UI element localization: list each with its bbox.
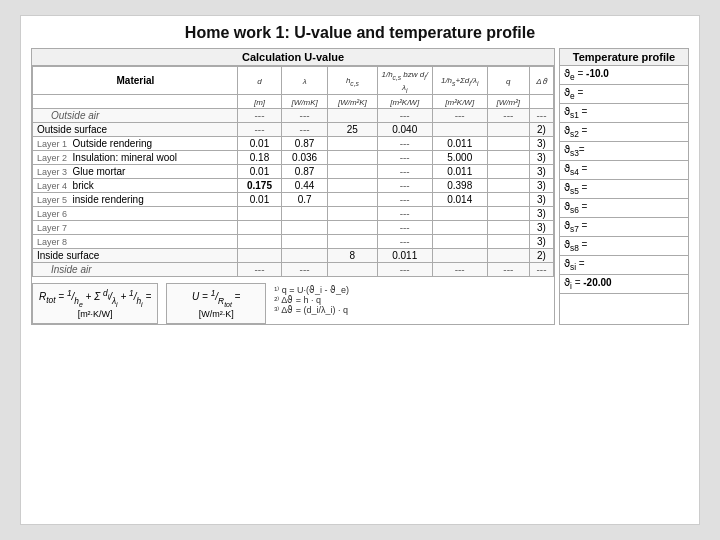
row-layer4: Layer 4 brick 0.175 0.44 --- 0.398 3): [33, 179, 554, 193]
page-title: Home work 1: U-value and temperature pro…: [31, 24, 689, 42]
cell-layer1-q: [487, 137, 529, 151]
cell-layer4-q: [487, 179, 529, 193]
cell-outside-air-hcs: [328, 109, 378, 123]
u-units: [W/m²·K]: [173, 309, 259, 319]
cell-layer5-lambda: 0.7: [282, 193, 328, 207]
calc-section-header: Calculation U-value: [32, 49, 554, 66]
col-header-lambda: λ: [282, 67, 328, 95]
temp-val-layer7: ϑs7 =: [564, 220, 587, 234]
cell-inside-air-label: Inside air: [33, 263, 238, 277]
cell-outside-surface-label: Outside surface: [33, 123, 238, 137]
cell-layer2-q: [487, 151, 529, 165]
cell-layer5-label: Layer 5 inside rendering: [33, 193, 238, 207]
cell-layer6-d: [237, 207, 281, 221]
cell-layer2-lambda: 0.036: [282, 151, 328, 165]
cell-layer7-delta: 3): [529, 221, 553, 235]
temp-val-layer5: ϑs5 =: [564, 182, 587, 196]
cell-layer1-label: Layer 1 Outside rendering: [33, 137, 238, 151]
cell-layer5-hcs: [328, 193, 378, 207]
col-unit-material: [33, 95, 238, 109]
temp-val-outside-surface: ϑe =: [564, 87, 583, 101]
temp-row-layer7: ϑs7 =: [560, 218, 688, 237]
cell-inside-air-delta: ---: [529, 263, 553, 277]
cell-layer8-lambda: [282, 235, 328, 249]
cell-inside-air-sum: ---: [432, 263, 487, 277]
cell-layer4-d: 0.175: [237, 179, 281, 193]
cell-layer2-hcs: [328, 151, 378, 165]
temp-val-outside-air: ϑe = -10.0: [564, 68, 609, 82]
cell-inside-surface-delta: 2): [529, 249, 553, 263]
cell-inside-surface-label: Inside surface: [33, 249, 238, 263]
cell-layer6-delta: 3): [529, 207, 553, 221]
temp-val-layer8: ϑs8 =: [564, 239, 587, 253]
cell-layer8-hcs: [328, 235, 378, 249]
col-unit-delta: [529, 95, 553, 109]
cell-inside-surface-d: [237, 249, 281, 263]
r-total-formula-box: Rtot = 1/he + Σ di/λi + 1/hi = [m²·K/W]: [32, 283, 158, 324]
temp-row-layer4: ϑs4 =: [560, 161, 688, 180]
cell-layer7-label: Layer 7: [33, 221, 238, 235]
cell-outside-air-label: Outside air: [33, 109, 238, 123]
cell-layer7-hcs: [328, 221, 378, 235]
row-layer5: Layer 5 inside rendering 0.01 0.7 --- 0.…: [33, 193, 554, 207]
cell-outside-air-delta: ---: [529, 109, 553, 123]
cell-layer4-lambda: 0.44: [282, 179, 328, 193]
footnote3: ³⁾ Δϑ = (d_i/λ_i) · q: [274, 305, 349, 315]
cell-inside-air-q: ---: [487, 263, 529, 277]
cell-layer1-sum: 0.011: [432, 137, 487, 151]
cell-layer3-bzw: ---: [377, 165, 432, 179]
temp-section-header: Temperature profile: [560, 49, 688, 66]
row-layer8: Layer 8 --- 3): [33, 235, 554, 249]
cell-layer3-d: 0.01: [237, 165, 281, 179]
cell-outside-air-lambda: ---: [282, 109, 328, 123]
cell-outside-surface-sum: [432, 123, 487, 137]
cell-layer4-sum: 0.398: [432, 179, 487, 193]
cell-layer5-d: 0.01: [237, 193, 281, 207]
col-header-delta: Δϑ: [529, 67, 553, 95]
cell-inside-surface-hcs: 8: [328, 249, 378, 263]
cell-inside-surface-sum: [432, 249, 487, 263]
u-formula-box: U = 1/Rtot = [W/m²·K]: [166, 283, 266, 324]
row-layer7: Layer 7 --- 3): [33, 221, 554, 235]
temp-row-layer1: ϑs1 =: [560, 104, 688, 123]
col-header-material: Material: [33, 67, 238, 95]
col-unit-q: [W/m²]: [487, 95, 529, 109]
cell-layer6-hcs: [328, 207, 378, 221]
col-unit-sum: [m²K/W]: [432, 95, 487, 109]
cell-layer2-d: 0.18: [237, 151, 281, 165]
formula-section: Rtot = 1/he + Σ di/λi + 1/hi = [m²·K/W] …: [32, 283, 554, 324]
col-unit-lambda: [W/mK]: [282, 95, 328, 109]
u-formula: U = 1/Rtot =: [173, 288, 259, 307]
temp-val-layer6: ϑs6 =: [564, 201, 587, 215]
cell-layer1-lambda: 0.87: [282, 137, 328, 151]
cell-outside-air-d: ---: [237, 109, 281, 123]
cell-layer3-hcs: [328, 165, 378, 179]
row-inside-air: Inside air --- --- --- --- --- ---: [33, 263, 554, 277]
cell-inside-air-d: ---: [237, 263, 281, 277]
temp-row-inside-air: ϑi = -20.00: [560, 275, 688, 294]
main-layout: Calculation U-value Material d λ hc,s 1/…: [31, 48, 689, 325]
cell-layer3-label: Layer 3 Glue mortar: [33, 165, 238, 179]
cell-layer8-bzw: ---: [377, 235, 432, 249]
cell-layer4-hcs: [328, 179, 378, 193]
r-total-formula: Rtot = 1/he + Σ di/λi + 1/hi =: [39, 288, 151, 307]
temp-val-inside-surface: ϑsi =: [564, 258, 585, 272]
cell-layer1-bzw: ---: [377, 137, 432, 151]
temp-val-layer3: ϑs3=: [564, 144, 585, 158]
row-inside-surface: Inside surface 8 0.011 2): [33, 249, 554, 263]
temp-row-inside-surface: ϑsi =: [560, 256, 688, 275]
cell-layer6-sum: [432, 207, 487, 221]
cell-layer1-delta: 3): [529, 137, 553, 151]
temp-row-outside-air: ϑe = -10.0: [560, 66, 688, 85]
cell-layer5-sum: 0.014: [432, 193, 487, 207]
cell-inside-air-hcs: [328, 263, 378, 277]
cell-outside-surface-q: [487, 123, 529, 137]
col-header-q: q: [487, 67, 529, 95]
cell-outside-air-bzw: ---: [377, 109, 432, 123]
temp-rows: ϑe = -10.0 ϑe = ϑs1 = ϑs2 = ϑs3= ϑs4 =: [560, 66, 688, 324]
cell-layer4-bzw: ---: [377, 179, 432, 193]
temp-val-layer2: ϑs2 =: [564, 125, 587, 139]
temp-val-layer1: ϑs1 =: [564, 106, 587, 120]
page-container: Home work 1: U-value and temperature pro…: [20, 15, 700, 525]
temperature-profile-section: Temperature profile ϑe = -10.0 ϑe = ϑs1 …: [559, 48, 689, 325]
